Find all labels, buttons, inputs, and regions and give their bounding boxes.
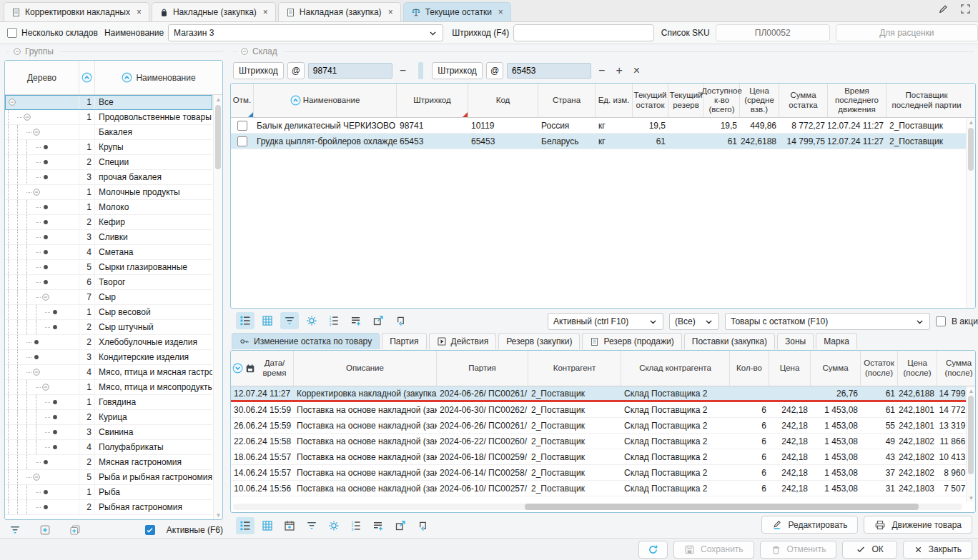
numbered-list-icon[interactable]: 123 (347, 517, 365, 534)
history-column-header[interactable]: Цена (769, 351, 811, 386)
tree-row[interactable]: 2Рыбная гастрономия (5, 500, 212, 515)
history-row[interactable]: 30.06.24 15:59Поставка на основе накладн… (231, 402, 975, 418)
row-checkbox[interactable] (237, 121, 247, 131)
leaf-node-icon[interactable] (41, 158, 50, 166)
leaf-node-icon[interactable] (32, 338, 41, 346)
history-row[interactable]: 18.06.24 15:57Поставка на основе накладн… (231, 449, 975, 465)
remove-barcode2-button[interactable]: − (595, 64, 608, 77)
collapse-node-icon[interactable] (32, 368, 41, 376)
tree-row[interactable]: 2Хлебобулочные изделия (5, 335, 212, 350)
products-column-header[interactable]: Отм. (231, 84, 254, 117)
tree-row[interactable]: 7Сыр (5, 290, 212, 305)
grid-view-icon[interactable] (258, 312, 277, 329)
all-filter-select[interactable]: (Все) (669, 313, 719, 330)
promo-checkbox[interactable] (936, 316, 946, 326)
leaf-node-icon[interactable] (41, 248, 50, 256)
collapse-node-icon[interactable] (8, 98, 16, 106)
tree-row[interactable]: 1Сыр весовой (5, 305, 212, 320)
history-column-header[interactable]: Кол-во (730, 351, 769, 386)
leaf-node-icon[interactable] (51, 413, 59, 421)
status-filter-select[interactable]: Активный (ctrl F10) (548, 313, 663, 330)
at-icon[interactable]: @ (486, 62, 503, 79)
tree-row[interactable]: 5Сырки глазированные (5, 260, 212, 275)
history-column-header[interactable]: Остаток (после) (861, 351, 898, 386)
leaf-node-icon[interactable] (41, 488, 50, 496)
tab-close-icon[interactable]: × (388, 7, 393, 17)
tree-row[interactable]: Бакалея (5, 125, 212, 140)
products-scrollbar[interactable]: ▲ (966, 118, 975, 308)
stock-filter-select[interactable]: Товары с остатком (F10) (725, 313, 930, 330)
add-to-list-icon[interactable] (369, 517, 387, 534)
barcode1-button[interactable]: Штрихкод (233, 62, 284, 79)
history-column-header[interactable]: Контрагент (528, 351, 621, 386)
sku-list-field[interactable]: ПЛ00052 (716, 24, 830, 41)
products-column-header[interactable]: Поставщик последней партии (886, 84, 967, 117)
leaf-node-icon[interactable] (41, 233, 50, 241)
detail-tab[interactable]: Зоны (777, 333, 814, 349)
detail-tab[interactable]: Поставки (закупка) (684, 333, 775, 349)
leaf-node-icon[interactable] (41, 458, 50, 466)
multi-store-checkbox[interactable] (7, 28, 17, 38)
leaf-node-icon[interactable] (51, 428, 59, 436)
numbered-list-icon[interactable]: 123 (325, 312, 343, 329)
leaf-node-icon[interactable] (32, 353, 41, 361)
list-view-icon[interactable] (236, 312, 255, 329)
collapse-node-icon[interactable] (32, 188, 41, 196)
history-column-header[interactable]: Сумма (после) (937, 351, 976, 386)
tree-row[interactable]: 1Мясо, птица и мясопродукты (5, 380, 212, 395)
active-f6-checkbox[interactable] (145, 525, 155, 535)
product-row[interactable]: Грудка цыплят-бройлеров охлажде654536545… (231, 134, 975, 149)
tree-row[interactable]: 1Молочные продукты (5, 185, 212, 200)
leaf-node-icon[interactable] (51, 308, 59, 316)
collapse-node-icon[interactable] (41, 383, 50, 391)
add-to-list-icon[interactable] (347, 312, 365, 329)
products-column-header[interactable]: Наименование (254, 84, 397, 117)
collapse-icon[interactable] (240, 47, 249, 56)
open-external-icon[interactable] (369, 312, 387, 329)
history-column-header[interactable]: Склад контрагента (621, 351, 730, 386)
calendar-icon[interactable] (280, 517, 299, 534)
leaf-node-icon[interactable] (41, 278, 50, 286)
save-button[interactable]: Сохранить (673, 541, 754, 559)
app-tab[interactable]: Корректировки накладных× (4, 2, 149, 21)
tree-row[interactable]: 1Молоко (5, 200, 212, 215)
leaf-node-icon[interactable] (51, 323, 59, 331)
collapse-node-icon[interactable] (32, 473, 41, 481)
history-column-header[interactable]: Описание (294, 351, 437, 386)
leaf-node-icon[interactable] (41, 263, 50, 271)
tree-row[interactable]: 3Кондитерские изделия (5, 350, 212, 365)
remove-barcode1-button[interactable]: − (396, 64, 410, 77)
tree-row[interactable]: 1Рыба (5, 485, 212, 500)
products-column-header[interactable]: Текущий остаток (633, 84, 668, 117)
tab-close-icon[interactable]: × (137, 7, 142, 17)
leaf-node-icon[interactable] (41, 503, 50, 511)
products-column-header[interactable]: Время последнего движения (828, 84, 886, 117)
history-hscrollbar[interactable] (233, 504, 962, 510)
settings-gear-icon[interactable] (325, 517, 343, 534)
products-column-header[interactable]: Штрихкод (397, 84, 468, 117)
at-icon[interactable]: @ (287, 62, 305, 79)
tree-row[interactable]: 3прочая бакалея (5, 170, 212, 185)
history-row[interactable]: 14.06.24 15:57Поставка на основе накладн… (231, 465, 975, 481)
grid-view-icon[interactable] (258, 517, 277, 534)
edit-pencil-icon[interactable] (938, 4, 949, 14)
tab-close-icon[interactable]: × (498, 7, 503, 17)
detail-tab[interactable]: Марка (816, 333, 857, 349)
reload-icon[interactable] (413, 517, 432, 534)
tree-row[interactable]: 2Кефир (5, 215, 212, 230)
tree-column-header[interactable]: Дерево (5, 61, 79, 94)
filter-icon[interactable] (6, 521, 24, 539)
settings-gear-icon[interactable] (302, 312, 321, 329)
collapse-node-icon[interactable] (32, 128, 41, 136)
add-cards-icon[interactable] (66, 521, 84, 539)
products-column-header[interactable]: Ед. изм. (596, 84, 633, 117)
pricing-field[interactable]: Для расценки (836, 24, 978, 41)
goods-movement-button[interactable]: Движение товара (864, 516, 972, 534)
leaf-node-icon[interactable] (41, 218, 50, 226)
history-column-header[interactable]: Партия (437, 351, 528, 386)
barcode2-input[interactable] (507, 63, 591, 79)
products-column-header[interactable]: Текущий резерв (668, 84, 704, 117)
barcode2-button[interactable]: Штрихкод (432, 62, 483, 79)
product-row[interactable]: Балык деликатесный ЧЕРКИЗОВО9874110119Ро… (231, 118, 975, 134)
products-column-header[interactable]: Код (468, 84, 538, 117)
